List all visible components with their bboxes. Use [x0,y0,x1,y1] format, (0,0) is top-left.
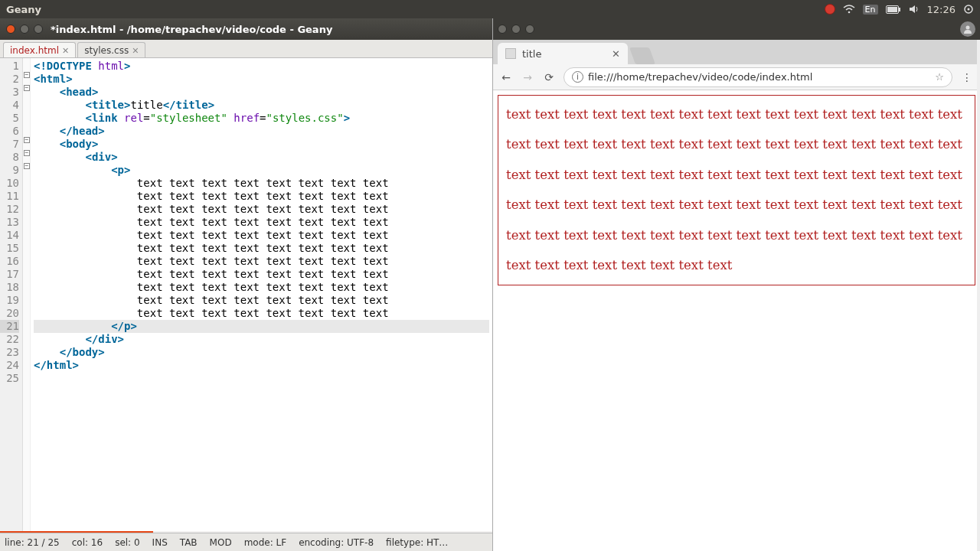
svg-point-6 [966,26,970,30]
gear-icon[interactable] [963,4,974,15]
demo-paragraph: text text text text text text text text [506,257,967,273]
back-icon[interactable]: ← [499,71,513,83]
reload-icon[interactable]: ⟳ [542,71,556,83]
right-edge-cut [977,40,980,551]
geany-window-title: *index.html - /home/trepachev/video/code… [51,24,332,35]
menu-icon[interactable]: ⋮ [960,71,974,83]
maximize-icon[interactable] [525,24,534,34]
file-tab-label: styles.css [84,45,129,56]
browser-tabstrip: title ✕ [493,40,980,64]
svg-point-5 [968,8,970,11]
sound-icon[interactable] [909,5,920,14]
user-avatar-icon[interactable] [960,21,975,37]
file-tab-label: index.html [10,45,59,56]
workspace: *index.html - /home/trepachev/video/code… [0,18,980,551]
demo-paragraph: text text text text text text text text … [506,136,967,152]
browser-viewport[interactable]: text text text text text text text text … [493,90,980,551]
address-bar-row: ← → ⟳ i file:///home/trepachev/video/cod… [493,64,980,90]
status-bar: line: 21 / 25 col: 16 sel: 0 INS TAB MOD… [0,533,492,551]
demo-paragraph: text text text text text text text text … [506,197,967,213]
status-mod: MOD [210,537,232,548]
close-icon[interactable] [498,24,507,34]
minimize-icon[interactable] [20,24,29,34]
demo-paragraph: text text text text text text text text … [506,106,967,122]
bookmark-star-icon[interactable]: ☆ [935,71,944,83]
maximize-icon[interactable] [34,24,43,34]
browser-tab[interactable]: title ✕ [498,43,628,64]
close-tab-icon[interactable]: ✕ [132,46,139,56]
lang-indicator[interactable]: En [863,5,878,15]
file-tab-styles-css[interactable]: styles.css ✕ [77,42,145,57]
fold-icon[interactable]: − [24,85,30,91]
geany-titlebar[interactable]: *index.html - /home/trepachev/video/code… [0,18,492,40]
status-filetype: filetype: HT… [386,537,448,548]
editor-area[interactable]: 1 2 3 4 5 6 7 8 9 10 11 12 13 14 15 16 1… [0,58,492,531]
record-icon[interactable] [825,4,835,15]
battery-icon[interactable] [886,5,901,14]
status-mode: mode: LF [244,537,286,548]
browser-tab-title: title [522,48,541,60]
close-tab-icon[interactable]: ✕ [612,48,620,60]
site-info-icon[interactable]: i [572,71,583,83]
svg-rect-3 [887,7,897,12]
status-line: line: 21 / 25 [5,537,60,548]
demo-bordered-div: text text text text text text text text … [498,95,975,285]
fold-icon[interactable]: − [24,72,30,78]
address-bar[interactable]: i file:///home/trepachev/video/code/inde… [564,67,952,87]
fold-icon[interactable]: − [24,150,30,156]
svg-point-0 [848,11,850,14]
close-tab-icon[interactable]: ✕ [62,46,69,56]
status-tab: TAB [180,537,198,548]
fold-column[interactable]: − − − − − [23,58,31,531]
minimize-icon[interactable] [511,24,521,34]
file-tab-index-html[interactable]: index.html ✕ [3,42,76,57]
close-icon[interactable] [6,24,15,34]
status-encoding: encoding: UTF-8 [299,537,374,548]
new-tab-button[interactable] [629,47,655,64]
status-sel: sel: 0 [115,537,139,548]
fold-icon[interactable]: − [24,163,30,169]
demo-paragraph: text text text text text text text text … [506,227,967,243]
status-col: col: 16 [72,537,103,548]
status-ins: INS [152,537,168,548]
favicon-icon [505,48,516,59]
geany-window: *index.html - /home/trepachev/video/code… [0,18,493,551]
fold-icon[interactable]: − [24,137,30,143]
clock[interactable]: 12:26 [927,4,956,15]
topbar-app-label: Geany [6,4,825,15]
url-text: file:///home/trepachev/video/code/index.… [588,71,812,83]
browser-titlebar[interactable] [493,18,980,40]
line-gutter: 1 2 3 4 5 6 7 8 9 10 11 12 13 14 15 16 1… [0,58,23,531]
wifi-icon[interactable] [843,5,855,14]
system-tray: En 12:26 [825,4,974,15]
file-tabs: index.html ✕ styles.css ✕ [0,40,492,58]
demo-paragraph: text text text text text text text text … [506,167,967,183]
code-content[interactable]: <!DOCTYPE html> <html> <head> <title>tit… [31,58,492,531]
svg-rect-2 [899,8,900,11]
system-topbar: Geany En 12:26 [0,0,980,18]
browser-window: title ✕ ← → ⟳ i file:///home/trepachev/v… [493,18,980,551]
forward-icon: → [521,71,534,83]
